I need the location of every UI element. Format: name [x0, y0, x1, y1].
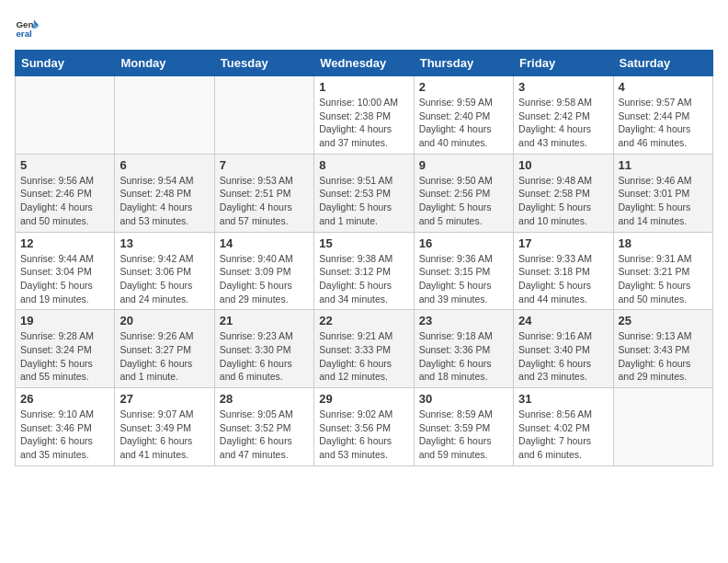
calendar-cell: 24Sunrise: 9:16 AM Sunset: 3:40 PM Dayli… [514, 310, 613, 388]
day-number: 7 [220, 158, 309, 172]
day-number: 28 [220, 392, 309, 406]
calendar-table: SundayMondayTuesdayWednesdayThursdayFrid… [15, 50, 713, 466]
calendar-cell: 31Sunrise: 8:56 AM Sunset: 4:02 PM Dayli… [514, 388, 613, 466]
day-number: 3 [518, 80, 608, 94]
week-row-5: 26Sunrise: 9:10 AM Sunset: 3:46 PM Dayli… [16, 388, 713, 466]
calendar-cell: 10Sunrise: 9:48 AM Sunset: 2:58 PM Dayli… [514, 154, 613, 232]
day-number: 25 [619, 314, 708, 327]
day-info: Sunrise: 9:53 AM Sunset: 2:51 PM Dayligh… [220, 174, 309, 228]
header-tuesday: Tuesday [214, 51, 313, 76]
day-info: Sunrise: 9:16 AM Sunset: 3:40 PM Dayligh… [518, 329, 608, 384]
calendar-cell: 16Sunrise: 9:36 AM Sunset: 3:15 PM Dayli… [414, 232, 513, 310]
header-saturday: Saturday [613, 51, 712, 76]
header-sunday: Sunday [16, 51, 115, 76]
calendar-cell: 6Sunrise: 9:54 AM Sunset: 2:48 PM Daylig… [115, 154, 214, 232]
day-info: Sunrise: 9:51 AM Sunset: 2:53 PM Dayligh… [319, 174, 408, 228]
week-row-1: 1Sunrise: 10:00 AM Sunset: 2:38 PM Dayli… [16, 76, 713, 155]
calendar-cell: 2Sunrise: 9:59 AM Sunset: 2:40 PM Daylig… [414, 76, 513, 155]
day-info: Sunrise: 9:46 AM Sunset: 3:01 PM Dayligh… [619, 174, 708, 228]
day-info: Sunrise: 9:50 AM Sunset: 2:56 PM Dayligh… [419, 174, 508, 228]
calendar-cell [613, 388, 712, 466]
day-info: Sunrise: 9:13 AM Sunset: 3:43 PM Dayligh… [619, 329, 708, 384]
day-info: Sunrise: 8:56 AM Sunset: 4:02 PM Dayligh… [518, 408, 608, 462]
day-info: Sunrise: 9:05 AM Sunset: 3:52 PM Dayligh… [220, 408, 309, 462]
day-number: 11 [619, 158, 708, 172]
day-number: 27 [119, 392, 209, 406]
header-thursday: Thursday [414, 51, 513, 76]
day-number: 17 [518, 236, 608, 250]
logo-icon: Gen eral [15, 15, 40, 40]
day-number: 14 [220, 236, 309, 250]
calendar-cell: 18Sunrise: 9:31 AM Sunset: 3:21 PM Dayli… [613, 232, 712, 310]
day-number: 10 [518, 158, 608, 172]
logo: Gen eral [15, 15, 44, 40]
day-info: Sunrise: 10:00 AM Sunset: 2:38 PM Daylig… [319, 96, 408, 150]
day-number: 18 [619, 236, 708, 250]
day-number: 23 [419, 314, 508, 327]
day-info: Sunrise: 9:54 AM Sunset: 2:48 PM Dayligh… [119, 174, 209, 228]
week-row-4: 19Sunrise: 9:28 AM Sunset: 3:24 PM Dayli… [16, 310, 713, 388]
week-row-2: 5Sunrise: 9:56 AM Sunset: 2:46 PM Daylig… [16, 154, 713, 232]
calendar-cell: 21Sunrise: 9:23 AM Sunset: 3:30 PM Dayli… [214, 310, 313, 388]
week-row-3: 12Sunrise: 9:44 AM Sunset: 3:04 PM Dayli… [16, 232, 713, 310]
calendar-cell: 3Sunrise: 9:58 AM Sunset: 2:42 PM Daylig… [514, 76, 613, 155]
calendar-cell: 1Sunrise: 10:00 AM Sunset: 2:38 PM Dayli… [314, 76, 414, 155]
calendar-cell: 23Sunrise: 9:18 AM Sunset: 3:36 PM Dayli… [414, 310, 513, 388]
day-info: Sunrise: 9:18 AM Sunset: 3:36 PM Dayligh… [419, 329, 508, 384]
day-number: 16 [419, 236, 508, 250]
day-number: 9 [419, 158, 508, 172]
calendar-cell: 5Sunrise: 9:56 AM Sunset: 2:46 PM Daylig… [16, 154, 115, 232]
day-info: Sunrise: 9:44 AM Sunset: 3:04 PM Dayligh… [20, 252, 109, 306]
header-friday: Friday [514, 51, 613, 76]
calendar-cell: 28Sunrise: 9:05 AM Sunset: 3:52 PM Dayli… [214, 388, 313, 466]
calendar-cell: 22Sunrise: 9:21 AM Sunset: 3:33 PM Dayli… [314, 310, 414, 388]
calendar-cell [16, 76, 115, 155]
calendar-cell: 12Sunrise: 9:44 AM Sunset: 3:04 PM Dayli… [16, 232, 115, 310]
day-number: 24 [518, 314, 608, 327]
day-number: 26 [20, 392, 109, 406]
day-info: Sunrise: 9:59 AM Sunset: 2:40 PM Dayligh… [419, 96, 508, 150]
day-info: Sunrise: 9:07 AM Sunset: 3:49 PM Dayligh… [119, 408, 209, 462]
day-info: Sunrise: 9:28 AM Sunset: 3:24 PM Dayligh… [20, 329, 109, 384]
calendar-cell: 15Sunrise: 9:38 AM Sunset: 3:12 PM Dayli… [314, 232, 414, 310]
day-number: 31 [518, 392, 608, 406]
day-info: Sunrise: 9:42 AM Sunset: 3:06 PM Dayligh… [119, 252, 209, 306]
calendar-cell: 27Sunrise: 9:07 AM Sunset: 3:49 PM Dayli… [115, 388, 214, 466]
calendar-cell: 20Sunrise: 9:26 AM Sunset: 3:27 PM Dayli… [115, 310, 214, 388]
calendar-cell [214, 76, 313, 155]
day-number: 29 [319, 392, 408, 406]
day-number: 20 [119, 314, 209, 327]
day-info: Sunrise: 9:10 AM Sunset: 3:46 PM Dayligh… [20, 408, 109, 462]
calendar-cell: 26Sunrise: 9:10 AM Sunset: 3:46 PM Dayli… [16, 388, 115, 466]
header-row: SundayMondayTuesdayWednesdayThursdayFrid… [16, 51, 713, 76]
day-info: Sunrise: 9:21 AM Sunset: 3:33 PM Dayligh… [319, 329, 408, 384]
day-info: Sunrise: 9:02 AM Sunset: 3:56 PM Dayligh… [319, 408, 408, 462]
day-number: 1 [319, 80, 408, 94]
day-info: Sunrise: 8:59 AM Sunset: 3:59 PM Dayligh… [419, 408, 508, 462]
day-info: Sunrise: 9:40 AM Sunset: 3:09 PM Dayligh… [220, 252, 309, 306]
calendar-cell: 19Sunrise: 9:28 AM Sunset: 3:24 PM Dayli… [16, 310, 115, 388]
calendar-cell: 9Sunrise: 9:50 AM Sunset: 2:56 PM Daylig… [414, 154, 513, 232]
calendar-cell: 11Sunrise: 9:46 AM Sunset: 3:01 PM Dayli… [613, 154, 712, 232]
day-number: 4 [619, 80, 708, 94]
header-monday: Monday [115, 51, 214, 76]
calendar-cell: 30Sunrise: 8:59 AM Sunset: 3:59 PM Dayli… [414, 388, 513, 466]
calendar-cell: 29Sunrise: 9:02 AM Sunset: 3:56 PM Dayli… [314, 388, 414, 466]
day-info: Sunrise: 9:23 AM Sunset: 3:30 PM Dayligh… [220, 329, 309, 384]
day-info: Sunrise: 9:33 AM Sunset: 3:18 PM Dayligh… [518, 252, 608, 306]
day-number: 13 [119, 236, 209, 250]
day-number: 30 [419, 392, 508, 406]
day-number: 19 [20, 314, 109, 327]
day-info: Sunrise: 9:38 AM Sunset: 3:12 PM Dayligh… [319, 252, 408, 306]
calendar-cell: 25Sunrise: 9:13 AM Sunset: 3:43 PM Dayli… [613, 310, 712, 388]
day-info: Sunrise: 9:36 AM Sunset: 3:15 PM Dayligh… [419, 252, 508, 306]
calendar-cell: 14Sunrise: 9:40 AM Sunset: 3:09 PM Dayli… [214, 232, 313, 310]
day-number: 2 [419, 80, 508, 94]
calendar-cell: 13Sunrise: 9:42 AM Sunset: 3:06 PM Dayli… [115, 232, 214, 310]
day-info: Sunrise: 9:26 AM Sunset: 3:27 PM Dayligh… [119, 329, 209, 384]
calendar-cell: 8Sunrise: 9:51 AM Sunset: 2:53 PM Daylig… [314, 154, 414, 232]
day-info: Sunrise: 9:58 AM Sunset: 2:42 PM Dayligh… [518, 96, 608, 150]
calendar-cell: 7Sunrise: 9:53 AM Sunset: 2:51 PM Daylig… [214, 154, 313, 232]
day-number: 8 [319, 158, 408, 172]
day-number: 22 [319, 314, 408, 327]
